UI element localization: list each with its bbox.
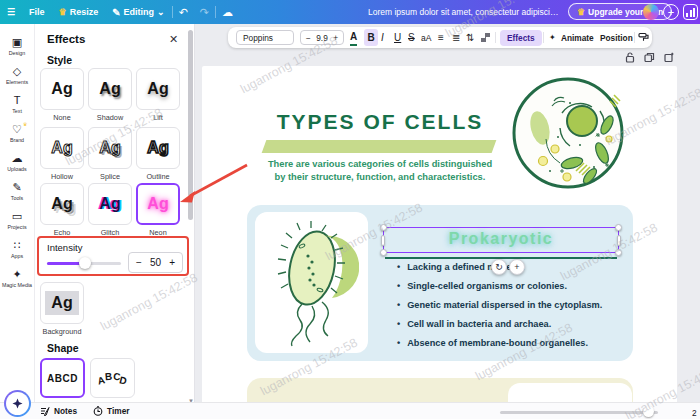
style-tile-none[interactable]: Ag	[40, 68, 84, 110]
notes-button[interactable]: Notes	[40, 406, 77, 416]
alignment-button[interactable]: ≡	[438, 29, 444, 46]
font-size-plus[interactable]: +	[333, 33, 338, 43]
shape-heading: Shape	[47, 342, 79, 354]
sidebar-item-tools[interactable]: ✎ Tools	[0, 177, 35, 206]
editing-menu-label: Editing	[124, 7, 155, 17]
crown-icon: ♛	[577, 7, 585, 17]
position-button[interactable]: Position	[600, 29, 633, 46]
insights-button[interactable]	[683, 4, 698, 20]
sidebar-item-brand[interactable]: ♛ ♡ Brand	[0, 119, 35, 148]
slide-subtitle[interactable]: There are various categories of cells di…	[250, 158, 510, 184]
list-button[interactable]: ≣	[452, 29, 460, 46]
sparkle-icon	[11, 397, 24, 410]
selection-handle-bottom-left[interactable]	[380, 249, 387, 256]
selection-handle-top-right[interactable]	[615, 224, 622, 231]
file-menu[interactable]: File	[22, 7, 52, 17]
text-case-button[interactable]: aA	[421, 29, 431, 46]
prokaryotic-heading[interactable]: Prokaryotic	[384, 230, 618, 248]
style-tile-splice[interactable]: Ag	[88, 127, 132, 169]
apps-icon: ∷	[14, 240, 21, 251]
slide-title[interactable]: TYPES OF CELLS	[260, 110, 500, 134]
move-handle[interactable]: +	[509, 259, 525, 275]
text-color-button[interactable]: A	[350, 29, 357, 46]
bullet-item[interactable]: •Single-celled organisms or colonies.	[397, 281, 567, 291]
background-label: Background	[40, 327, 84, 336]
panel-scrollbar[interactable]: ▼	[188, 28, 193, 396]
shape-tile-straight-selected[interactable]: ABCD	[40, 358, 85, 398]
minus-button[interactable]: −	[136, 257, 142, 268]
sidebar-item-uploads[interactable]: ☁ Uploads	[0, 148, 35, 177]
sidebar-item-projects[interactable]: ▭ Projects	[0, 206, 35, 235]
underline-button[interactable]: U	[394, 29, 401, 46]
add-page-icon[interactable]	[664, 52, 675, 63]
spacing-button[interactable]: ⇅	[466, 29, 474, 46]
transparency-button[interactable]	[481, 29, 490, 46]
zoom-slider[interactable]	[500, 411, 658, 414]
font-size-minus[interactable]: −	[306, 33, 311, 43]
duplicate-page-icon[interactable]	[644, 52, 655, 63]
bullet-item[interactable]: •Absence of membrane-bound organelles.	[397, 338, 588, 348]
add-member-button[interactable]: +	[663, 4, 679, 20]
sidebar-item-text[interactable]: T Text	[0, 90, 35, 119]
intensity-value[interactable]: 50	[150, 257, 161, 268]
style-label: Hollow	[40, 172, 84, 181]
style-tile-echo[interactable]: Ag	[40, 183, 84, 225]
style-tile-lift[interactable]: Ag	[136, 68, 180, 110]
avatar[interactable]	[643, 4, 659, 20]
effects-panel: Effects ✕ Style Ag Ag Ag None Shadow Lif…	[35, 24, 195, 402]
selection-handle-top-left[interactable]	[380, 224, 387, 231]
main-menu-button[interactable]: ☰	[0, 7, 22, 17]
eukaryotic-card	[247, 378, 633, 402]
style-tile-hollow[interactable]: Ag	[40, 127, 84, 169]
background-effect-tile[interactable]: Ag	[40, 282, 84, 324]
selection-handle-bottom-right[interactable]	[615, 249, 622, 256]
redo-button[interactable]: ↷	[194, 6, 215, 19]
style-tile-outline[interactable]: Ag	[136, 127, 180, 169]
sidebar-item-elements[interactable]: ◇ Elements	[0, 61, 35, 90]
italic-button[interactable]: I	[381, 29, 384, 46]
timer-button[interactable]: Timer	[93, 406, 129, 416]
selection-handle-right[interactable]	[617, 235, 621, 246]
pencil-icon: ✎	[112, 7, 120, 18]
shape-tile-curve[interactable]: ABCD	[90, 358, 135, 398]
resize-menu[interactable]: ♛ Resize	[52, 7, 106, 17]
undo-button[interactable]: ↶	[173, 6, 194, 19]
style-tile-neon-selected[interactable]: Ag	[136, 183, 180, 225]
copy-style-button[interactable]	[638, 29, 649, 46]
rotate-handle[interactable]: ↻	[491, 259, 507, 275]
font-size-value[interactable]: 9.9	[316, 33, 328, 43]
strikethrough-button[interactable]: S	[408, 29, 415, 46]
crown-badge-icon: ♛	[23, 121, 27, 127]
zoom-slider-knob[interactable]	[643, 406, 654, 417]
plus-button[interactable]: +	[169, 257, 175, 268]
lock-icon[interactable]	[625, 52, 635, 63]
sidebar-item-design[interactable]: ▣ Design	[0, 32, 35, 61]
text-icon: T	[14, 95, 21, 106]
font-family-select[interactable]: Poppins	[236, 30, 294, 45]
bold-button[interactable]: B	[364, 29, 378, 46]
style-heading: Style	[47, 54, 72, 66]
document-title[interactable]: Lorem ipsum dolor sit amet, consectetur …	[368, 7, 560, 17]
slide-page[interactable]: TYPES OF CELLS There are various categor…	[202, 66, 677, 402]
bullet-item[interactable]: •Cell wall in bacteria and archaea.	[397, 319, 551, 329]
brand-icon: ♡	[12, 124, 22, 135]
bullet-item[interactable]: •Genetic material dispersed in the cytop…	[397, 300, 602, 310]
selected-text-box[interactable]: Prokaryotic	[383, 227, 619, 253]
canva-assistant-button[interactable]	[4, 390, 31, 417]
selection-handle-left[interactable]	[381, 235, 385, 246]
resize-menu-label: Resize	[70, 7, 99, 17]
scrollbar-thumb[interactable]	[188, 30, 193, 220]
style-tile-glitch[interactable]: Ag	[88, 183, 132, 225]
editing-mode-menu[interactable]: ✎ Editing ⌄	[105, 7, 171, 18]
style-tile-shadow[interactable]: Ag	[88, 68, 132, 110]
sidebar-item-apps[interactable]: ∷ Apps	[0, 235, 35, 264]
animate-button[interactable]: Animate	[561, 29, 594, 46]
slider-knob[interactable]	[79, 257, 91, 269]
close-icon[interactable]: ✕	[167, 31, 180, 48]
chevron-down-icon: ⌄	[157, 7, 165, 17]
effects-button-active[interactable]: Effects	[500, 30, 542, 46]
font-size-stepper: − 9.9 +	[300, 30, 344, 45]
sidebar-item-magic-media[interactable]: ✦ Magic Media	[0, 264, 35, 293]
tools-icon: ✎	[12, 182, 21, 193]
intensity-slider[interactable]	[47, 258, 121, 268]
